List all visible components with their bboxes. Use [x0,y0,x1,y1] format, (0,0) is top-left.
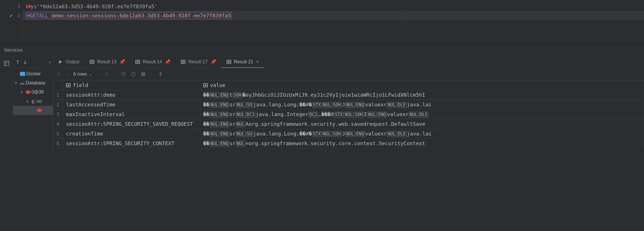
cell-value[interactable]: ��NULENQsrNULSOjava.lang.Long;��#�STXNUL… [200,129,644,139]
tree-item[interactable]: ▾▬Database [13,78,53,88]
editor-gutter: 1 ✔ 2 [0,0,23,44]
results-table[interactable]: field value 1sessionAttr:demo��NULENQtSO… [53,80,644,231]
prev-page-icon[interactable]: ‹ [65,72,69,77]
services-body: » Docker▾▬Database▾0@39▾◧co OutputResult… [0,56,644,231]
next-page-icon[interactable]: › [96,72,100,77]
table-row[interactable]: 4sessionAttr:SPRING_SECURITY_SAVED_REQUE… [53,119,644,129]
control-char-badge: NUL [345,131,355,137]
svg-rect-0 [4,61,9,66]
tab-label: Result 17 [188,59,208,64]
cell-value[interactable]: ��NULENQsrNULDC1java.lang.IntegerDC2…���… [200,110,644,119]
control-char-badge: NUL [236,121,245,127]
close-icon[interactable]: × [256,59,259,64]
expand-icon[interactable] [15,59,21,65]
column-header-field[interactable]: field [63,80,200,90]
control-char-badge: NUL [210,121,219,127]
result-tabs: OutputResult 13📌Result 14📌Result 17📌Resu… [53,56,644,68]
cell-field[interactable]: lastAccessedTime [63,100,200,110]
code-editor[interactable]: 1 ✔ 2 kys '*6de12a63-3d53-4b49-928f-ee7e… [0,0,644,44]
first-page-icon[interactable]: |‹ [57,72,61,77]
pin-icon: 📌 [211,59,216,64]
result-tab[interactable]: Result 14📌 [130,56,176,68]
table-row[interactable]: 3maxInactiveInterval��NULENQsrNULDC1java… [53,110,644,119]
tree-item[interactable] [13,106,53,115]
control-char-badge: ENQ [377,112,387,117]
tree-item-label: Database [26,80,45,86]
panel-title: Services [4,47,23,53]
cell-value[interactable]: ��NULENQtSOH�eyJhbGciOiJIUzUxMiJ9.eyJ1c2… [200,90,644,100]
control-char-badge: ENQ [220,92,229,98]
row-number: 3 [53,110,63,119]
cell-field[interactable]: sessionAttr:demo [63,90,200,100]
code-line[interactable]: kys '*6de12a63-3d53-4b49-928f-ee7e7f839f… [23,2,644,11]
cell-value[interactable]: ��NULENQsrNUL=org.springframework.securi… [200,139,644,148]
table-row[interactable]: 2lastAccessedTime��NULENQsrNULSOjava.lan… [53,100,644,110]
grid-icon [66,83,71,87]
cell-field[interactable]: creationTime [63,129,200,139]
control-char-badge: ENQ [220,112,229,117]
separator [115,71,115,77]
control-char-badge: DC2 [309,112,318,117]
code-line-current[interactable]: HGETALL demo:session:sessions:6de12a63-3… [23,11,644,20]
chevron-down-icon: ⌄ [89,71,92,77]
control-char-badge: ENQ [355,131,365,137]
tree-item[interactable]: Docker [13,69,53,78]
control-char-badge: NUL [345,102,355,108]
row-number-header [53,80,63,90]
result-tab[interactable]: Result 17📌 [176,56,221,68]
folder-icon: ▬ [20,80,25,86]
pin-icon[interactable] [158,71,163,77]
tab-label: Result 21 [234,59,253,64]
last-page-icon[interactable]: ›| [104,72,109,77]
tree-item-label: co [37,99,42,104]
grid-icon [203,83,208,87]
tree-item[interactable]: ▾0@39 [13,88,53,97]
control-char-badge: STX [312,102,322,108]
cell-field[interactable]: maxInactiveInterval [63,110,200,119]
refresh-icon[interactable] [121,71,127,77]
cell-value[interactable]: ��NULENQsrNULSOjava.lang.Long;��#�STXNUL… [200,100,644,110]
results-toolbar: |‹ ‹ 6 rows ⌄ › ›| [53,68,644,80]
control-char-badge: ENQ [220,102,229,108]
table-row[interactable]: 6sessionAttr:SPRING_SECURITY_CONTEXT��NU… [53,139,644,148]
collapse-icon[interactable] [22,59,28,65]
control-char-badge: NUL [236,102,245,108]
control-char-badge: DLE [397,102,407,108]
control-char-badge: NUL [210,92,219,98]
rows-count[interactable]: 6 rows ⌄ [73,71,92,77]
tree-toolbar: » [13,56,53,68]
stop-icon[interactable] [140,71,146,77]
cell-value[interactable]: ��NULENQsrNULAorg.springframework.securi… [200,119,644,129]
control-char-badge: NUL [322,102,332,108]
keyword-token: HGETALL [27,13,48,19]
control-char-badge: SO [246,131,253,137]
control-char-badge: NUL [236,131,245,137]
code-area[interactable]: kys '*6de12a63-3d53-4b49-928f-ee7e7f839f… [23,0,644,44]
row-number: 1 [53,90,63,100]
result-tab[interactable]: Result 13📌 [85,56,130,68]
table-row[interactable]: 5creationTime��NULENQsrNULSOjava.lang.Lo… [53,129,644,139]
control-char-badge: NUL [344,112,353,117]
services-tree[interactable]: » Docker▾▬Database▾0@39▾◧co [13,56,53,231]
control-char-badge: NUL [409,112,418,117]
table-row[interactable]: 1sessionAttr:demo��NULENQtSOH�eyJhbGciOi… [53,90,644,100]
line-number: 1 [17,4,20,9]
column-header-value[interactable]: value [200,80,644,90]
control-char-badge: SOH [354,112,363,117]
more-icon[interactable]: » [49,60,51,65]
layout-icon[interactable] [2,59,11,68]
gutter-line: 1 [0,2,23,11]
control-char-badge: NUL [322,131,332,137]
tree-item[interactable]: ▾◧co [13,97,53,106]
pin-icon: 📌 [165,59,171,64]
result-tab[interactable]: Output [53,56,85,68]
control-char-badge: ENQ [355,102,365,108]
cell-field[interactable]: sessionAttr:SPRING_SECURITY_SAVED_REQUES… [63,119,200,129]
cell-field[interactable]: sessionAttr:SPRING_SECURITY_CONTEXT [63,139,200,148]
result-tab[interactable]: Result 21× [221,56,264,68]
clock-icon[interactable] [131,71,136,77]
services-toolbar [0,56,13,231]
selection-box: HGETALL demo:session:sessions:6de12a63-3… [26,12,232,19]
services-panel-header: Services [0,44,644,56]
control-char-badge: NUL [387,102,397,108]
